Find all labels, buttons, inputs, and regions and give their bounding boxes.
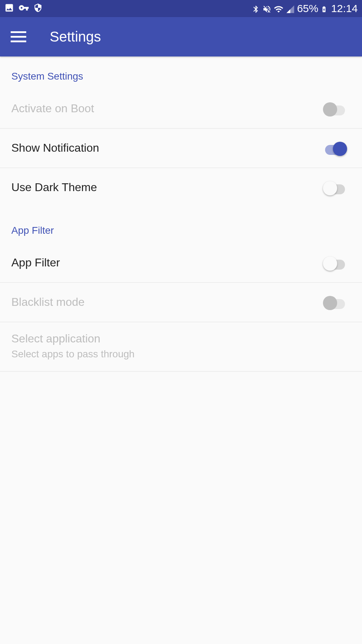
- switch-blacklist-mode: [323, 295, 347, 309]
- time-text: 12:14: [331, 2, 358, 15]
- section-header-system: System Settings: [0, 56, 362, 89]
- setting-label: Use Dark Theme: [11, 180, 97, 195]
- setting-app-filter[interactable]: App Filter: [0, 243, 362, 282]
- app-bar: Settings: [0, 17, 362, 56]
- setting-use-dark-theme[interactable]: Use Dark Theme: [0, 168, 362, 207]
- signal-icon: [286, 2, 295, 15]
- section-header-app-filter: App Filter: [0, 207, 362, 243]
- status-bar: 65% 12:14: [0, 0, 362, 17]
- setting-label: Select application: [11, 331, 135, 346]
- menu-icon[interactable]: [11, 29, 26, 45]
- battery-icon: [320, 2, 328, 15]
- bluetooth-icon: [252, 2, 260, 15]
- switch-show-notification[interactable]: [323, 141, 347, 155]
- battery-text: 65%: [297, 2, 318, 15]
- setting-sublabel: Select apps to pass through: [11, 348, 135, 360]
- mute-icon: [262, 2, 272, 15]
- settings-list: System Settings Activate on Boot Show No…: [0, 56, 362, 372]
- switch-use-dark-theme[interactable]: [323, 180, 347, 195]
- status-left: [4, 2, 43, 15]
- setting-show-notification[interactable]: Show Notification: [0, 129, 362, 168]
- shield-icon: [33, 3, 43, 14]
- setting-label: Blacklist mode: [11, 295, 84, 310]
- switch-app-filter[interactable]: [323, 256, 347, 270]
- picture-icon: [4, 3, 14, 14]
- setting-select-application: Select application Select apps to pass t…: [0, 322, 362, 371]
- key-icon: [18, 2, 29, 15]
- setting-blacklist-mode: Blacklist mode: [0, 283, 362, 322]
- switch-activate-on-boot: [323, 102, 347, 116]
- setting-activate-on-boot: Activate on Boot: [0, 89, 362, 128]
- page-title: Settings: [50, 29, 101, 45]
- setting-label: Activate on Boot: [11, 101, 94, 116]
- wifi-icon: [274, 2, 284, 15]
- status-right: 65% 12:14: [252, 2, 358, 15]
- setting-label: App Filter: [11, 255, 60, 270]
- setting-label: Show Notification: [11, 141, 99, 156]
